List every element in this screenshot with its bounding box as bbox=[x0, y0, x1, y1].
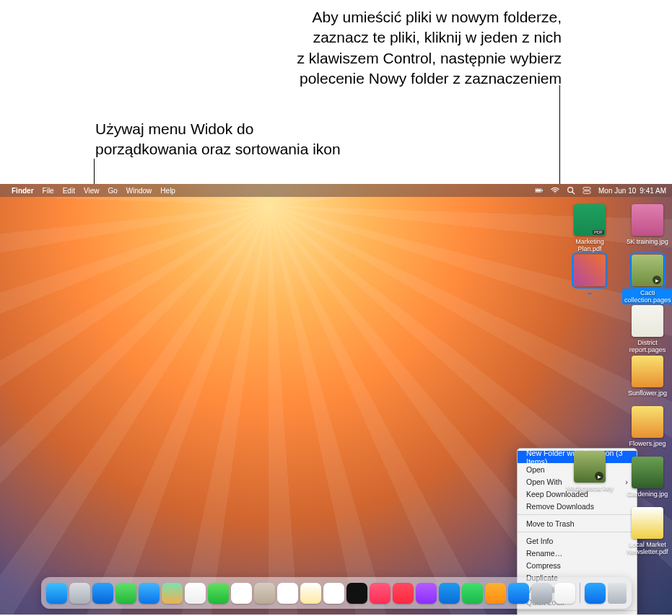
desktop-file[interactable]: District report.pages bbox=[622, 305, 672, 353]
dock-app-pages[interactable] bbox=[485, 583, 506, 604]
annotation-view-menu: Używaj menu Widok do porządkowania oraz … bbox=[95, 119, 398, 160]
dock-app-facetime[interactable] bbox=[208, 583, 229, 604]
menu-item[interactable]: Move to Trash bbox=[518, 517, 637, 529]
menu-item[interactable]: Compress bbox=[518, 559, 637, 571]
menu-item-label: Get Info bbox=[526, 537, 553, 545]
dock-trash[interactable] bbox=[608, 583, 627, 604]
desktop-file[interactable]: Gardening.jpg bbox=[622, 457, 672, 498]
menu-item-label: Move to Trash bbox=[526, 519, 575, 528]
dock-app-keynote[interactable] bbox=[439, 583, 460, 604]
menubar-app-name[interactable]: Finder bbox=[12, 187, 34, 195]
menu-item-label: Remove Downloads bbox=[526, 502, 594, 511]
file-label: Local Market Newsletter.pdf bbox=[622, 541, 672, 555]
file-thumbnail bbox=[632, 305, 663, 337]
file-thumbnail bbox=[632, 406, 663, 438]
file-label: Sunflower.jpg bbox=[622, 390, 672, 397]
file-thumbnail bbox=[574, 204, 606, 236]
svg-rect-2 bbox=[542, 190, 543, 191]
dock bbox=[41, 577, 632, 609]
mac-desktop: Finder File Edit View Go Window Help Mon… bbox=[0, 184, 672, 615]
file-thumbnail bbox=[574, 255, 606, 286]
menu-item[interactable]: Rename… bbox=[518, 547, 637, 559]
menubar-edit[interactable]: Edit bbox=[63, 187, 75, 195]
file-thumbnail bbox=[574, 451, 606, 483]
dock-downloads[interactable] bbox=[585, 583, 606, 604]
dock-app-news[interactable] bbox=[393, 583, 414, 604]
spotlight-icon[interactable] bbox=[567, 186, 575, 195]
desktop-file[interactable]: Flowers.jpeg bbox=[622, 406, 672, 447]
play-badge-icon bbox=[595, 472, 603, 480]
menubar-time[interactable]: 9:41 AM bbox=[640, 187, 666, 195]
control-center-icon[interactable] bbox=[582, 186, 591, 195]
dock-app-maps[interactable] bbox=[162, 583, 183, 604]
menubar-view[interactable]: View bbox=[84, 187, 100, 195]
file-thumbnail bbox=[632, 204, 663, 236]
dock-app-iphone-mirroring[interactable] bbox=[554, 583, 575, 604]
menu-item-label: Compress bbox=[526, 561, 561, 570]
menubar-help[interactable]: Help bbox=[160, 187, 175, 195]
menu-item-label: Rename… bbox=[526, 549, 562, 558]
menubar-go[interactable]: Go bbox=[108, 187, 117, 195]
menubar-file[interactable]: File bbox=[43, 187, 54, 195]
svg-rect-1 bbox=[536, 190, 541, 192]
file-thumbnail bbox=[632, 457, 663, 488]
menubar-date[interactable]: Mon Jun 10 bbox=[598, 187, 636, 195]
dock-app-freeform[interactable] bbox=[323, 583, 344, 604]
dock-app-launchpad[interactable] bbox=[69, 583, 90, 604]
menu-separator bbox=[518, 532, 637, 532]
dock-app-numbers[interactable] bbox=[462, 583, 483, 604]
svg-point-3 bbox=[568, 188, 573, 193]
menu-separator bbox=[518, 610, 637, 611]
desktop-file[interactable] bbox=[564, 255, 615, 296]
dock-app-appstore[interactable] bbox=[508, 583, 529, 604]
file-label: Madagascar.key bbox=[564, 485, 615, 492]
play-badge-icon bbox=[653, 276, 661, 284]
dock-app-settings[interactable] bbox=[531, 583, 552, 604]
svg-line-4 bbox=[572, 192, 575, 194]
file-label: Cacti collection.pages bbox=[622, 289, 672, 304]
dock-app-photos[interactable] bbox=[185, 583, 206, 604]
desktop-file[interactable]: 5K training.jpg bbox=[622, 204, 672, 245]
file-label: Gardening.jpg bbox=[622, 490, 672, 498]
svg-rect-6 bbox=[583, 191, 590, 193]
dock-app-podcasts[interactable] bbox=[416, 583, 437, 604]
desktop-file[interactable]: Madagascar.key bbox=[564, 451, 615, 492]
file-label: 5K training.jpg bbox=[622, 238, 672, 245]
menubar: Finder File Edit View Go Window Help Mon… bbox=[0, 184, 672, 197]
file-label bbox=[588, 293, 592, 294]
menubar-window[interactable]: Window bbox=[126, 187, 152, 195]
file-label: District report.pages bbox=[622, 339, 672, 353]
dock-separator bbox=[580, 583, 580, 603]
dock-app-reminders[interactable] bbox=[277, 583, 298, 604]
desktop-file[interactable]: Marketing Plan.pdf bbox=[564, 204, 615, 252]
dock-app-contacts[interactable] bbox=[254, 583, 275, 604]
wifi-icon[interactable] bbox=[551, 186, 559, 195]
dock-app-safari[interactable] bbox=[92, 583, 113, 604]
desktop-file[interactable]: Sunflower.jpg bbox=[622, 356, 672, 397]
menu-item-label: Open bbox=[526, 465, 545, 474]
battery-icon[interactable] bbox=[535, 186, 544, 195]
callout-line bbox=[94, 159, 95, 184]
file-label: Marketing Plan.pdf bbox=[564, 238, 615, 252]
menu-item[interactable]: Remove Downloads bbox=[518, 500, 637, 512]
dock-app-mail[interactable] bbox=[139, 583, 160, 604]
annotation-new-folder: Aby umieścić pliki w nowym folderze, zaz… bbox=[186, 7, 562, 89]
dock-app-calendar[interactable] bbox=[231, 583, 252, 604]
file-label: Flowers.jpeg bbox=[622, 440, 672, 447]
desktop-file[interactable]: Cacti collection.pages bbox=[622, 255, 672, 304]
file-thumbnail bbox=[632, 356, 663, 387]
svg-rect-5 bbox=[583, 188, 590, 190]
dock-app-music[interactable] bbox=[370, 583, 390, 604]
dock-app-messages[interactable] bbox=[115, 583, 136, 604]
dock-app-finder[interactable] bbox=[46, 583, 67, 604]
dock-app-notes[interactable] bbox=[300, 583, 321, 604]
dock-app-tv[interactable] bbox=[346, 583, 367, 604]
desktop-file[interactable]: Local Market Newsletter.pdf bbox=[622, 507, 672, 555]
file-thumbnail bbox=[632, 507, 663, 539]
menu-item-label: Open With bbox=[526, 478, 562, 486]
menu-item[interactable]: Copy bbox=[518, 613, 637, 615]
menu-separator bbox=[518, 514, 637, 515]
file-thumbnail bbox=[632, 255, 663, 286]
menu-item[interactable]: Get Info bbox=[518, 534, 637, 547]
